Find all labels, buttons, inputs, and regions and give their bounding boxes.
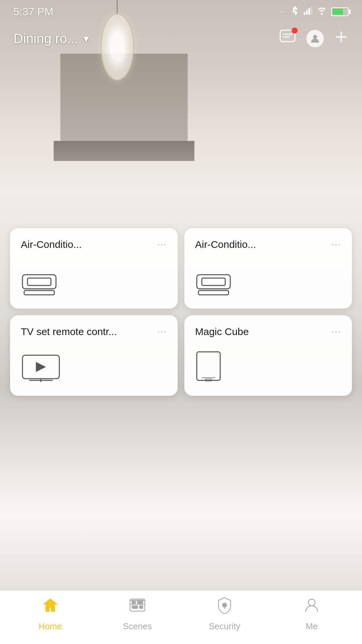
sim-icon (303, 6, 312, 18)
ellipsis-icon: ··· (279, 6, 287, 17)
card-header-ac2: Air-Conditio... ··· (195, 239, 341, 250)
svg-rect-15 (198, 290, 229, 295)
device-card-cube[interactable]: Magic Cube ··· (184, 315, 352, 396)
ac-icon-1 (21, 273, 167, 298)
card-menu-cube[interactable]: ··· (331, 326, 341, 337)
status-icons: ··· (279, 5, 349, 18)
card-header-cube: Magic Cube ··· (195, 326, 341, 337)
device-title-ac2: Air-Conditio... (195, 239, 331, 250)
room-selector[interactable]: Dining ro... ▾ (13, 31, 89, 46)
ac-icon-2 (195, 273, 341, 298)
home-label: Home (39, 621, 62, 632)
nav-item-security[interactable]: Security (181, 596, 268, 632)
bluetooth-icon (291, 5, 299, 18)
device-card-tv[interactable]: TV set remote contr... ··· (10, 315, 178, 396)
device-card-ac2[interactable]: Air-Conditio... ··· (184, 228, 352, 309)
status-bar: 5:37 PM ··· (0, 0, 362, 23)
card-menu-ac2[interactable]: ··· (331, 239, 341, 250)
messages-button[interactable] (279, 29, 296, 48)
security-label: Security (209, 621, 240, 632)
svg-rect-26 (132, 606, 137, 608)
svg-rect-1 (306, 10, 308, 15)
device-cards-grid: Air-Conditio... ··· Air-Conditio... ··· (10, 228, 352, 396)
svg-rect-0 (304, 12, 305, 15)
room-title: Dining ro... (13, 31, 78, 46)
nav-item-me[interactable]: Me (268, 596, 355, 632)
user-avatar[interactable] (306, 30, 324, 47)
svg-point-35 (308, 599, 315, 606)
nav-item-home[interactable]: Home (7, 596, 94, 632)
svg-marker-17 (36, 362, 46, 372)
svg-rect-20 (197, 352, 220, 380)
svg-rect-3 (311, 7, 312, 15)
card-menu-ac1[interactable]: ··· (157, 239, 167, 250)
status-time: 5:37 PM (13, 6, 53, 18)
tv-icon (21, 354, 167, 385)
add-device-button[interactable] (334, 30, 349, 48)
scenes-icon (129, 596, 146, 618)
svg-rect-11 (27, 278, 51, 285)
me-label: Me (306, 621, 318, 632)
nav-item-scenes[interactable]: Scenes (94, 596, 181, 632)
card-header-ac1: Air-Conditio... ··· (21, 239, 167, 250)
device-title-cube: Magic Cube (195, 326, 331, 337)
card-header-tv: TV set remote contr... ··· (21, 326, 167, 337)
header-actions (279, 29, 349, 48)
card-menu-tv[interactable]: ··· (157, 326, 167, 337)
svg-rect-25 (137, 601, 143, 604)
svg-rect-24 (132, 601, 135, 604)
battery-indicator (331, 7, 349, 16)
wifi-icon (316, 6, 327, 18)
device-card-ac1[interactable]: Air-Conditio... ··· (10, 228, 178, 309)
me-icon (303, 596, 320, 618)
svg-rect-12 (24, 290, 54, 295)
device-title-tv: TV set remote contr... (21, 326, 157, 337)
svg-rect-27 (139, 606, 143, 608)
home-icon (42, 596, 59, 618)
svg-rect-2 (308, 8, 310, 15)
svg-rect-14 (202, 278, 225, 285)
svg-point-7 (313, 35, 317, 39)
device-title-ac1: Air-Conditio... (21, 239, 157, 250)
bottom-navigation: Home Scenes (0, 590, 362, 644)
svg-point-33 (223, 603, 227, 607)
header: Dining ro... ▾ (0, 23, 362, 54)
chevron-down-icon: ▾ (83, 32, 89, 45)
security-icon (216, 596, 233, 618)
scenes-label: Scenes (123, 621, 152, 632)
notification-dot (292, 28, 298, 34)
cube-icon (195, 350, 341, 385)
